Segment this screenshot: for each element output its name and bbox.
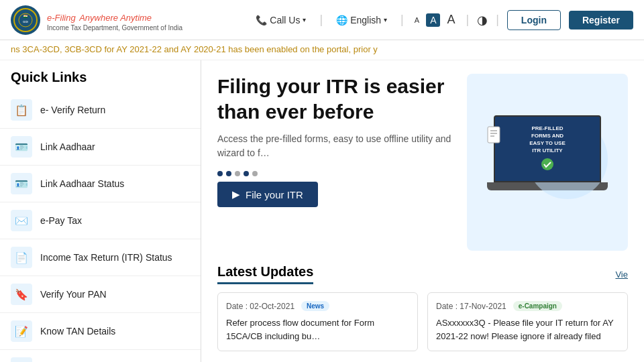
card-date-1: Date : 02-Oct-2021 bbox=[226, 302, 294, 311]
itr-status-icon: 📄 bbox=[11, 247, 32, 268]
ticker-text: ns 3CA-3CD, 3CB-3CD for AY 2021-22 and A… bbox=[11, 44, 378, 54]
document-icon-1 bbox=[486, 125, 502, 147]
call-us-arrow: ▾ bbox=[303, 16, 306, 23]
card-date-2: Date : 17-Nov-2021 bbox=[436, 302, 506, 311]
link-aadhaar-icon: 🪪 bbox=[11, 136, 32, 158]
language-button[interactable]: 🌐 English ▾ bbox=[331, 12, 392, 28]
laptop-screen-text: PRE-FILLED FORMS AND EASY TO USE ITR UTI… bbox=[529, 125, 566, 173]
contrast-button[interactable]: ◑ bbox=[477, 13, 488, 27]
sidebar-item-epay-tax-label: e-Pay Tax bbox=[40, 215, 82, 227]
separator-4: | bbox=[496, 13, 499, 27]
sidebar-item-know-tan[interactable]: 📝 Know TAN Details bbox=[0, 313, 201, 350]
updates-cards-row: Date : 02-Oct-2021 News Refer process fl… bbox=[217, 292, 628, 351]
updates-section: Latest Updates Vie Date : 02-Oct-2021 Ne… bbox=[201, 264, 644, 362]
card-text-2: ASxxxxxx3Q - Please file your IT return … bbox=[436, 316, 619, 343]
hero-title: Filing your ITR is easier than ever befo… bbox=[217, 74, 453, 124]
logo-subtitle: Income Tax Department, Government of Ind… bbox=[47, 24, 182, 32]
call-us-button[interactable]: 📞 Call Us ▾ bbox=[250, 12, 311, 28]
card-meta-2: Date : 17-Nov-2021 e-Campaign bbox=[436, 301, 619, 311]
sidebar-item-verify-pan[interactable]: 🔖 Verify Your PAN bbox=[0, 276, 201, 313]
sidebar-item-epay-tax[interactable]: ✉️ e-Pay Tax bbox=[0, 202, 201, 239]
government-emblem: 🇮🇳 GOI bbox=[11, 5, 40, 35]
language-label: English bbox=[350, 15, 381, 25]
main-layout: Quick Links 📋 e- Verify Return 🪪 Link Aa… bbox=[0, 60, 644, 362]
file-icon: ▶ bbox=[232, 188, 240, 200]
card-badge-2: e-Campaign bbox=[513, 301, 562, 311]
login-button[interactable]: Login bbox=[507, 10, 561, 30]
hero-image: PRE-FILLED FORMS AND EASY TO USE ITR UTI… bbox=[467, 74, 628, 251]
phone-icon: 📞 bbox=[256, 15, 267, 25]
separator-1: | bbox=[319, 13, 323, 27]
sidebar-item-verify-return-label: e- Verify Return bbox=[40, 104, 105, 116]
svg-text:GOI: GOI bbox=[23, 20, 28, 23]
epay-tax-icon: ✉️ bbox=[11, 210, 32, 231]
logo-text: e-Filing Anywhere Anytime Income Tax Dep… bbox=[47, 9, 182, 32]
sidebar-item-link-aadhaar-status[interactable]: 🪪 Link Aadhaar Status bbox=[0, 166, 201, 202]
font-large-button[interactable]: A bbox=[444, 11, 458, 28]
logo-area: 🇮🇳 GOI e-Filing Anywhere Anytime Income … bbox=[11, 5, 182, 35]
news-ticker: ns 3CA-3CD, 3CB-3CD for AY 2021-22 and A… bbox=[0, 40, 644, 60]
logo-title-text: e-Filing bbox=[47, 13, 76, 23]
card-meta-1: Date : 02-Oct-2021 News bbox=[226, 301, 409, 311]
laptop-graphic: PRE-FILLED FORMS AND EASY TO USE ITR UTI… bbox=[480, 115, 614, 209]
separator-2: | bbox=[400, 13, 404, 27]
font-controls: A A A bbox=[412, 11, 458, 28]
globe-icon: 🌐 bbox=[336, 15, 347, 25]
carousel-dot-5[interactable] bbox=[252, 171, 258, 176]
sidebar-item-link-aadhaar-status-label: Link Aadhaar Status bbox=[40, 178, 124, 190]
tax-info-icon: ℹ️ bbox=[11, 357, 32, 362]
verify-pan-icon: 🔖 bbox=[11, 284, 32, 305]
font-small-button[interactable]: A bbox=[412, 15, 422, 25]
update-card-1: Date : 02-Oct-2021 News Refer process fl… bbox=[217, 292, 418, 351]
verify-return-icon: 📋 bbox=[11, 99, 32, 121]
sidebar-item-verify-return[interactable]: 📋 e- Verify Return bbox=[0, 92, 201, 129]
file-itr-label: File your ITR bbox=[246, 189, 303, 200]
hero-section: Filing your ITR is easier than ever befo… bbox=[201, 60, 644, 264]
call-us-label: Call Us bbox=[270, 15, 300, 25]
svg-rect-5 bbox=[488, 127, 500, 143]
sidebar-item-itr-status[interactable]: 📄 Income Tax Return (ITR) Status bbox=[0, 239, 201, 276]
separator-3: | bbox=[466, 13, 469, 27]
card-text-1: Refer process flow document for Form 15C… bbox=[226, 316, 409, 343]
logo-title: e-Filing Anywhere Anytime bbox=[47, 9, 182, 24]
hero-text: Filing your ITR is easier than ever befo… bbox=[217, 74, 453, 251]
carousel-dot-1[interactable] bbox=[217, 171, 223, 176]
content-area: Filing your ITR is easier than ever befo… bbox=[201, 60, 644, 362]
update-card-2: Date : 17-Nov-2021 e-Campaign ASxxxxxx3Q… bbox=[427, 292, 628, 351]
carousel-dot-2[interactable] bbox=[226, 171, 231, 176]
language-arrow: ▾ bbox=[384, 16, 387, 23]
sidebar-item-itr-status-label: Income Tax Return (ITR) Status bbox=[40, 251, 172, 263]
header-right: 📞 Call Us ▾ | 🌐 English ▾ | A A A | ◑ | … bbox=[250, 10, 633, 30]
updates-header: Latest Updates Vie bbox=[217, 264, 628, 284]
laptop-screen: PRE-FILLED FORMS AND EASY TO USE ITR UTI… bbox=[494, 115, 601, 182]
link-aadhaar-status-icon: 🪪 bbox=[11, 173, 32, 194]
sidebar-item-tax-info[interactable]: ℹ️ Tax Information & services bbox=[0, 350, 201, 362]
register-button[interactable]: Register bbox=[569, 11, 633, 29]
carousel-dot-4[interactable] bbox=[244, 171, 249, 176]
sidebar: Quick Links 📋 e- Verify Return 🪪 Link Aa… bbox=[0, 60, 201, 362]
hero-description: Access the pre-filled forms, easy to use… bbox=[217, 132, 453, 160]
carousel-dots bbox=[217, 171, 453, 176]
sidebar-item-verify-pan-label: Verify Your PAN bbox=[40, 288, 107, 300]
laptop-text: PRE-FILLED FORMS AND EASY TO USE ITR UTI… bbox=[529, 125, 566, 155]
sidebar-item-know-tan-label: Know TAN Details bbox=[40, 325, 115, 337]
laptop-checkmark bbox=[529, 158, 566, 174]
logo-tagline: Anywhere Anytime bbox=[79, 13, 152, 23]
sidebar-item-link-aadhaar[interactable]: 🪪 Link Aadhaar bbox=[0, 129, 201, 166]
header: 🇮🇳 GOI e-Filing Anywhere Anytime Income … bbox=[0, 0, 644, 40]
updates-title: Latest Updates bbox=[217, 264, 313, 284]
sidebar-title: Quick Links bbox=[0, 60, 201, 92]
svg-text:🇮🇳: 🇮🇳 bbox=[23, 14, 28, 19]
carousel-dot-3[interactable] bbox=[235, 171, 240, 176]
svg-point-4 bbox=[541, 158, 553, 170]
file-itr-button[interactable]: ▶ File your ITR bbox=[217, 182, 318, 207]
card-badge-1: News bbox=[301, 301, 329, 311]
know-tan-icon: 📝 bbox=[11, 320, 32, 342]
font-medium-button[interactable]: A bbox=[426, 13, 440, 27]
view-all-link[interactable]: Vie bbox=[615, 269, 628, 280]
sidebar-item-link-aadhaar-label: Link Aadhaar bbox=[40, 141, 95, 153]
